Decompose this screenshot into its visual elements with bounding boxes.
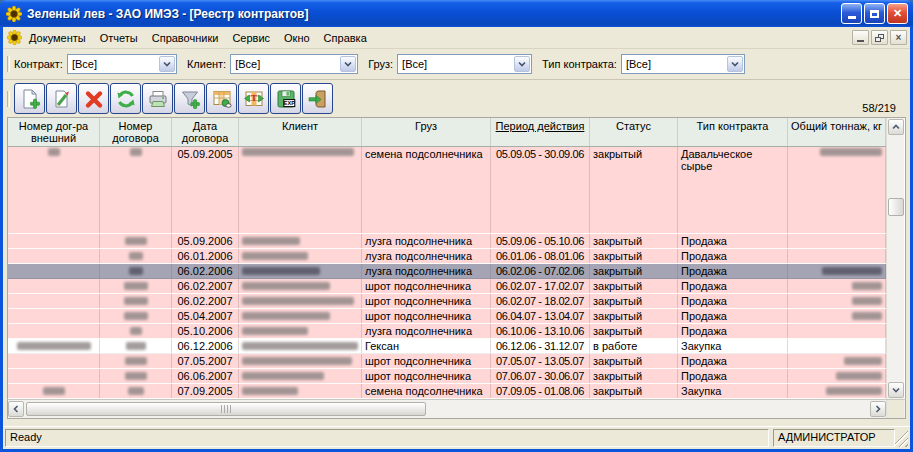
title-bar: Зеленый лев - ЗАО ИМЭЗ - [Реестр контрак… bbox=[0, 0, 913, 27]
table-row[interactable]: 06.02.2007шрот подсолнечника06.02.07 - 1… bbox=[8, 279, 886, 294]
redacted-value bbox=[242, 297, 354, 305]
close-button[interactable]: ✕ bbox=[887, 3, 908, 24]
table-row[interactable]: 06.01.2006лузга подсолнечника06.01.06 - … bbox=[8, 249, 886, 264]
mdi-controls: × bbox=[852, 30, 907, 45]
menu-service[interactable]: Сервис bbox=[225, 30, 277, 46]
combobox-value: [Все] bbox=[69, 58, 159, 70]
scroll-right-button[interactable] bbox=[870, 401, 886, 417]
table-row-selected[interactable]: 06.02.2006лузга подсолнечника06.02.06 - … bbox=[8, 264, 886, 279]
table-row[interactable]: 06.02.2007шрот подсолнечника06.02.07 - 1… bbox=[8, 294, 886, 309]
table-cell: закрытый bbox=[590, 147, 678, 233]
redacted-value bbox=[242, 372, 324, 380]
filter-contract: Контракт: [Все] bbox=[14, 54, 177, 74]
vertical-scrollbar[interactable] bbox=[886, 118, 904, 399]
print-button[interactable] bbox=[142, 83, 173, 114]
chevron-down-icon[interactable] bbox=[727, 56, 743, 72]
mdi-restore-icon bbox=[875, 34, 884, 42]
redacted-value bbox=[242, 237, 300, 245]
table-cell: 05.09.2005 bbox=[172, 147, 239, 233]
resize-grip[interactable] bbox=[895, 429, 908, 447]
filter-contract-combobox[interactable]: [Все] bbox=[67, 54, 177, 74]
filter-bar: Контракт: [Все] Клиент: [Все] Груз: [Все… bbox=[3, 49, 910, 80]
menu-directories[interactable]: Справочники bbox=[145, 30, 226, 46]
table-cell bbox=[788, 309, 886, 323]
table-row[interactable]: 06.12.2006Гексан06.12.06 - 31.12.07в раб… bbox=[8, 339, 886, 354]
table-cell: 06.10.06 - 13.10.06 bbox=[491, 324, 590, 338]
delete-record-button[interactable] bbox=[78, 83, 109, 114]
redacted-value bbox=[43, 387, 65, 395]
column-header[interactable]: Статус bbox=[590, 118, 678, 146]
table-row[interactable]: 07.05.2007шрот подсолнечника07.05.07 - 1… bbox=[8, 354, 886, 369]
table-cell bbox=[8, 309, 100, 323]
vertical-scroll-thumb[interactable] bbox=[888, 198, 904, 216]
table-row[interactable]: 05.09.2006лузга подсолнечника05.09.06 - … bbox=[8, 234, 886, 249]
table-row[interactable]: 05.09.2005семена подсолнечника05.09.05 -… bbox=[8, 147, 886, 234]
combobox-value: [Все] bbox=[399, 58, 514, 70]
mdi-close-button[interactable]: × bbox=[890, 30, 907, 45]
table-cell bbox=[100, 294, 172, 308]
table-cell: 07.09.2005 bbox=[172, 384, 239, 398]
chevron-down-icon[interactable] bbox=[159, 56, 175, 72]
scroll-up-button[interactable] bbox=[888, 119, 904, 135]
table-row[interactable]: 05.04.2007шрот подсолнечника06.04.07 - 1… bbox=[8, 309, 886, 324]
table-cell: семена подсолнечника bbox=[362, 384, 491, 398]
filter-cargo-label: Груз: bbox=[368, 58, 393, 70]
column-header[interactable]: Период действия bbox=[491, 118, 590, 146]
table-cell bbox=[788, 354, 886, 368]
table-row[interactable]: 05.10.2006лузга подсолнечника06.10.06 - … bbox=[8, 324, 886, 339]
table-cell bbox=[100, 369, 172, 383]
filter-cargo-combobox[interactable]: [Все] bbox=[397, 54, 532, 74]
filter-client-combobox[interactable]: [Все] bbox=[230, 54, 358, 74]
column-header[interactable]: Номер договора bbox=[100, 118, 172, 146]
table-row[interactable]: 06.06.2007шрот подсолнечника07.06.07 - 3… bbox=[8, 369, 886, 384]
menu-window[interactable]: Окно bbox=[277, 30, 317, 46]
menu-help[interactable]: Справка bbox=[317, 30, 374, 46]
column-header[interactable]: Общий тоннаж, кг bbox=[788, 118, 886, 146]
table-cell bbox=[239, 339, 362, 353]
table-row[interactable]: 07.09.2005семена подсолнечника07.09.05 -… bbox=[8, 384, 886, 399]
column-header[interactable]: Тип контракта bbox=[678, 118, 788, 146]
scroll-left-button[interactable] bbox=[8, 401, 24, 417]
table-pointer-icon bbox=[210, 87, 234, 111]
redacted-value bbox=[130, 148, 142, 156]
printer-icon bbox=[146, 87, 170, 111]
filter-contract-type-combobox[interactable]: [Все] bbox=[621, 54, 745, 74]
chevron-down-icon[interactable] bbox=[514, 56, 530, 72]
table-cell bbox=[239, 249, 362, 263]
menu-reports[interactable]: Отчеты bbox=[93, 30, 145, 46]
column-header[interactable]: Номер дог-ра внешний bbox=[8, 118, 100, 146]
refresh-button[interactable] bbox=[110, 83, 141, 114]
table-cell: Продажа bbox=[678, 294, 788, 308]
column-header[interactable]: Клиент bbox=[239, 118, 362, 146]
table-cell: Закупка bbox=[678, 384, 788, 398]
table-cell bbox=[239, 264, 362, 278]
export-button[interactable]: EXP bbox=[270, 83, 301, 114]
horizontal-scrollbar[interactable] bbox=[8, 400, 886, 418]
funnel-add-icon bbox=[178, 87, 202, 111]
column-header[interactable]: Дата договора bbox=[172, 118, 239, 146]
minimize-button[interactable] bbox=[841, 3, 862, 24]
horizontal-scroll-thumb[interactable] bbox=[26, 402, 426, 416]
toolbar: T EXP bbox=[3, 80, 910, 117]
redacted-value bbox=[130, 327, 142, 335]
scroll-down-button[interactable] bbox=[888, 382, 904, 398]
table-cell: Продажа bbox=[678, 234, 788, 248]
grid-view-button[interactable] bbox=[206, 83, 237, 114]
menu-documents[interactable]: Документы bbox=[22, 30, 93, 46]
exit-button[interactable] bbox=[302, 83, 333, 114]
redacted-value bbox=[820, 148, 882, 156]
filter-button[interactable] bbox=[174, 83, 205, 114]
table-cell: шрот подсолнечника bbox=[362, 294, 491, 308]
table-cell: 06.12.2006 bbox=[172, 339, 239, 353]
column-header[interactable]: Груз bbox=[362, 118, 491, 146]
mdi-restore-button[interactable] bbox=[871, 30, 888, 45]
add-record-button[interactable] bbox=[14, 83, 45, 114]
fit-columns-button[interactable]: T bbox=[238, 83, 269, 114]
table-cell: 07.09.05 - 01.08.06 bbox=[491, 384, 590, 398]
table-cell bbox=[100, 249, 172, 263]
table-cell: шрот подсолнечника bbox=[362, 369, 491, 383]
edit-record-button[interactable] bbox=[46, 83, 77, 114]
mdi-minimize-button[interactable] bbox=[852, 30, 869, 45]
maximize-button[interactable] bbox=[864, 3, 885, 24]
chevron-down-icon[interactable] bbox=[340, 56, 356, 72]
